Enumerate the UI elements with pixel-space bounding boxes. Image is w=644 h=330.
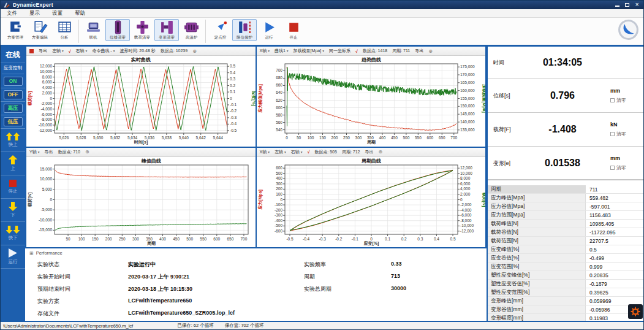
jog-fast-down[interactable]: 快下 — [1, 222, 25, 245]
jog-stop[interactable]: 停止 — [1, 175, 25, 199]
result-row[interactable]: 载荷谷值[N]-11722.095 — [488, 228, 644, 237]
chart-header-left-axis[interactable]: 左轴▾ — [275, 149, 286, 155]
result-row[interactable]: 应变谷值[%]-0.499 — [488, 254, 644, 263]
readout-load: 载荷[F]-1.408kN清零 — [488, 113, 644, 147]
menu-file[interactable]: 文件 — [1, 10, 23, 17]
checkmark-icon: √ — [69, 49, 71, 53]
chart-header-export[interactable]: 导出 — [39, 48, 47, 54]
svg-text:580: 580 — [276, 113, 282, 117]
chart-header-x-axis[interactable]: X轴▾ — [260, 149, 270, 155]
result-row[interactable]: 塑性应变峰值[%]0.20835 — [488, 271, 644, 280]
chart-header-right-axis[interactable]: 右轴▾ — [76, 48, 88, 54]
chart-header-export[interactable]: 导出 — [415, 48, 423, 54]
sidebar-cell: 低压 — [1, 115, 25, 129]
chart-header-data-points[interactable]: 数据点: 710 — [58, 149, 80, 155]
chart-header-left-axis[interactable]: 左轴▾ — [52, 48, 64, 54]
chart-header-pin[interactable]: ⊕ — [192, 48, 197, 54]
chart-header-export[interactable]: 导出 — [365, 149, 373, 155]
jog-fast-up[interactable]: 快上 — [1, 129, 25, 152]
chart-header-check[interactable]: √ — [307, 150, 309, 154]
result-row[interactable]: 应变峰值[%]0.5 — [488, 245, 644, 254]
arrow-half — [6, 132, 13, 140]
zero-checkbox[interactable]: 清零 — [610, 164, 626, 171]
result-row[interactable]: 应力范围[Mpa]1156.483 — [488, 211, 644, 220]
svg-text:100: 100 — [276, 191, 282, 196]
result-row[interactable]: 塑性应变谷值[%]-0.1879 — [488, 280, 644, 288]
result-row[interactable]: 变形峰值[mm]0.059969 — [488, 297, 644, 305]
toolbar-furnace[interactable]: 高温炉 — [179, 19, 203, 41]
chart-header-label: 导出 — [415, 48, 423, 54]
chart-header-data-points[interactable]: 数据点: 1418 — [363, 48, 387, 54]
result-row[interactable]: 变形谷值[mm]-0.05986 — [488, 305, 644, 314]
chart-header-load-modulus[interactable]: 加载模量[Mpa]▾ — [294, 48, 324, 54]
chart-header-data-points[interactable]: 数据点: 10239 — [161, 48, 188, 54]
toolbar-deform-zero[interactable]: 变形清零 — [154, 19, 179, 41]
chart-header-check[interactable]: √ — [355, 49, 358, 53]
chart-header-cycle[interactable]: 周期: 711 — [392, 48, 410, 54]
toolbar-scheme-edit[interactable]: 方案编辑 — [28, 19, 52, 41]
zero-checkbox[interactable]: 清零 — [610, 97, 626, 104]
on-button[interactable]: ON — [4, 77, 23, 86]
result-row[interactable]: 载荷峰值[N]10985.405 — [488, 220, 644, 228]
chart-header-y-axis[interactable]: Y轴▾ — [29, 149, 39, 155]
jog-down[interactable]: 下 — [1, 199, 25, 222]
chevron-down-icon: ▾ — [86, 49, 88, 53]
close-button[interactable]: ✕ — [635, 2, 639, 7]
result-row[interactable]: 变形幅度[mm]0.11983 — [488, 314, 644, 321]
chart-header-same-coordinate[interactable]: 同一坐标系 — [329, 48, 350, 54]
chart-marker-icon[interactable] — [29, 49, 34, 53]
high-pressure-button[interactable]: 高压 — [4, 104, 23, 113]
zero-checkbox[interactable]: 清零 — [610, 131, 626, 137]
result-row[interactable]: 应力谷值[Mpa]-597.001 — [488, 202, 644, 211]
chart-header-data-points[interactable]: 数据点: 505 — [314, 149, 337, 155]
menu-display[interactable]: 显示 — [23, 10, 46, 17]
chart-header-right-axis[interactable]: 右轴▾ — [291, 149, 303, 155]
toolbar-analysis[interactable]: 分析 — [52, 19, 77, 41]
svg-text:0.4: 0.4 — [230, 71, 235, 75]
toolbar-limit-protect[interactable]: 限位保护 — [232, 19, 257, 41]
chart-header-left-axis-check[interactable]: √ — [69, 49, 71, 53]
jog-up[interactable]: 上 — [1, 152, 25, 175]
result-row[interactable]: 周期711 — [488, 185, 644, 194]
chart-toolbar-realtime: 导出左轴▾√右轴▾命令曲线 -▾波形时间: 20.48 秒数据点: 10239⊕ — [26, 47, 256, 56]
toolbar-load-zero[interactable]: 载荷清零 — [130, 19, 154, 41]
svg-text:5,634: 5,634 — [127, 136, 138, 140]
maximize-button[interactable] — [625, 3, 629, 7]
svg-text:155,000: 155,000 — [460, 96, 475, 101]
toolbar-stop[interactable]: 停止 — [281, 19, 306, 41]
menu-help[interactable]: 帮助 — [69, 10, 91, 17]
chart-header-label: 导出 — [39, 48, 47, 54]
toolbar-point-control[interactable]: 定点控 — [208, 19, 232, 41]
chart-header-pin[interactable]: ⊕ — [85, 149, 89, 155]
experiment-field-value: LCFwithTemperature650 — [128, 297, 235, 305]
low-pressure-button[interactable]: 低压 — [4, 117, 23, 126]
chart-header-export[interactable]: 导出 — [44, 149, 53, 155]
toolbar-run[interactable]: 运行 — [257, 19, 281, 41]
chart-header-curve-1[interactable]: 曲线1▾ — [275, 48, 289, 54]
off-button[interactable]: OFF — [4, 90, 23, 99]
jog-label: 运行 — [9, 259, 18, 265]
chart-header-cycle[interactable]: 周期: 712 — [342, 149, 360, 155]
result-row[interactable]: 载荷范围[N]22707.5 — [488, 237, 644, 245]
toolbar-displacement-zero[interactable]: 位移清零 — [105, 19, 130, 41]
result-row[interactable]: 应力峰值[Mpa]559.482 — [488, 194, 644, 202]
minimize-button[interactable] — [615, 6, 619, 7]
chart-header-command-curve[interactable]: 命令曲线 -▾ — [92, 48, 115, 54]
result-row[interactable]: 应变范围[%]0.999 — [488, 263, 644, 271]
chart-header-pin[interactable]: ⊕ — [378, 149, 382, 155]
settings-gear-icon[interactable] — [628, 304, 643, 319]
chart-header-wave-time[interactable]: 波形时间: 20.48 秒 — [119, 48, 155, 54]
chart-header-pin[interactable]: ⊕ — [428, 48, 433, 54]
toolbar-connect[interactable]: 联机 — [81, 19, 105, 41]
menu-settings[interactable]: 设置 — [46, 10, 69, 17]
chart-realtime-plot: 5,6265,6285,6305,6325,6345,6365,6385,640… — [26, 56, 256, 146]
toolbar-scheme-manage[interactable]: 方案管理 — [3, 19, 28, 41]
svg-text:-0.3: -0.3 — [319, 237, 326, 241]
chart-grid: 导出左轴▾√右轴▾命令曲线 -▾波形时间: 20.48 秒数据点: 10239⊕… — [25, 47, 487, 247]
jog-run[interactable]: 运行 — [1, 245, 25, 269]
chart-header-x-axis[interactable]: X轴▾ — [260, 48, 270, 54]
readout-unit-group: mm清零 — [610, 155, 637, 171]
result-row[interactable]: 塑性应变范围[%]0.39625 — [488, 288, 644, 297]
svg-text:-0.2: -0.2 — [230, 109, 237, 113]
file-path-text: \Users\Administrator\Documents\LCFwithTe… — [3, 323, 133, 329]
